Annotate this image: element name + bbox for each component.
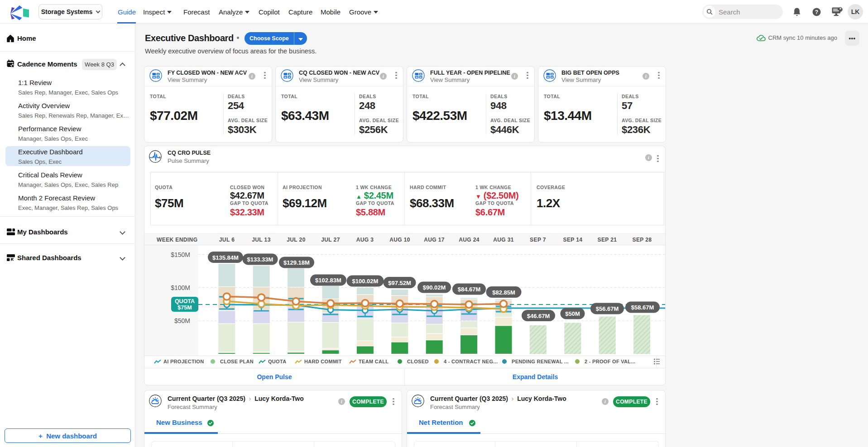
svg-text:$50M: $50M <box>174 317 190 324</box>
svg-text:QUOTA: QUOTA <box>175 298 195 304</box>
svg-text:$75M: $75M <box>177 304 192 311</box>
svg-text:$90.02M: $90.02M <box>423 284 446 291</box>
svg-text:$102.83M: $102.83M <box>315 277 341 284</box>
svg-text:$97.52M: $97.52M <box>388 280 411 286</box>
svg-text:$100.02M: $100.02M <box>352 278 379 285</box>
svg-text:$84.67M: $84.67M <box>458 286 481 293</box>
svg-text:$50M: $50M <box>565 310 580 317</box>
svg-text:$46.67M: $46.67M <box>527 313 550 319</box>
svg-text:$129.18M: $129.18M <box>283 259 310 266</box>
svg-text:$58.67M: $58.67M <box>631 304 654 311</box>
svg-text:$82.85M: $82.85M <box>492 289 515 296</box>
svg-text:$100M: $100M <box>171 284 190 291</box>
svg-text:$135.84M: $135.84M <box>212 254 239 261</box>
svg-text:$56.67M: $56.67M <box>596 305 619 312</box>
svg-text:$133.33M: $133.33M <box>247 256 273 263</box>
svg-text:?: ? <box>815 9 818 15</box>
svg-text:$150M: $150M <box>171 251 190 258</box>
